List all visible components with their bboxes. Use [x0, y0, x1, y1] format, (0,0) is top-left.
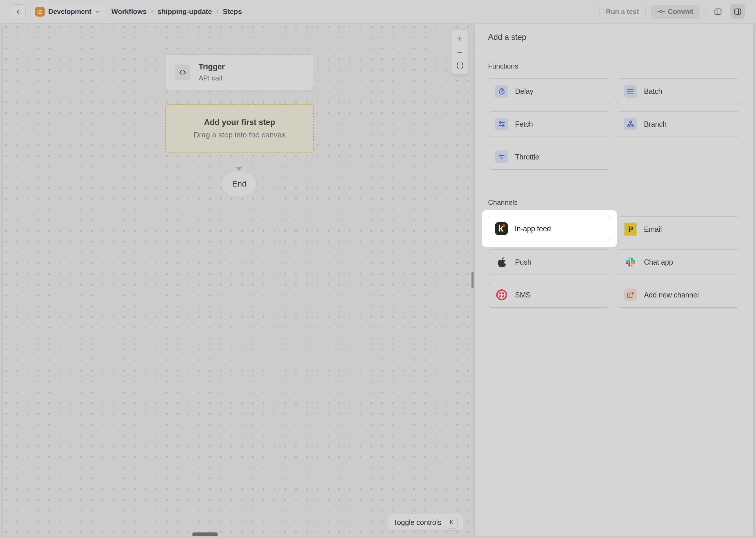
step-card-label: Delay — [515, 87, 533, 95]
step-card-branch[interactable]: Branch — [617, 111, 740, 137]
sidebar-title: Add a step — [488, 32, 526, 42]
fit-view-button[interactable] — [453, 59, 467, 72]
twilio-logo — [495, 289, 508, 301]
add-blocks-icon — [624, 289, 637, 301]
functions-section-label: Functions — [488, 62, 740, 71]
edge-trigger-to-dropzone — [239, 90, 239, 104]
knock-logo: k — [495, 222, 508, 235]
step-card-in-app-feed-highlighted[interactable]: k In-app feed — [488, 216, 611, 242]
step-card-sms[interactable]: SMS — [488, 282, 611, 308]
trigger-node-title: Trigger — [199, 63, 225, 72]
knock-logo-dot — [502, 224, 505, 227]
keyboard-shortcut-badge: K — [446, 516, 457, 529]
tree-branch-icon — [624, 118, 637, 131]
panel-right-icon — [733, 7, 742, 16]
topbar-divider — [705, 6, 705, 18]
tour-spotlight: k In-app feed — [482, 210, 617, 247]
topbar-left: Development Workflows › shipping-update … — [11, 4, 242, 19]
postmark-logo: P — [624, 223, 637, 236]
grid-empty-cell — [617, 144, 740, 170]
step-card-label: SMS — [515, 291, 531, 299]
environment-label: Development — [48, 8, 91, 16]
edge-arrowhead — [236, 167, 242, 171]
chevron-down-icon — [95, 9, 100, 14]
toggle-controls-button[interactable]: Toggle controls K — [388, 514, 463, 531]
workflow-canvas[interactable]: Trigger API call Add your first step Dra… — [2, 23, 471, 536]
step-card-batch[interactable]: Batch — [617, 79, 740, 104]
trigger-node-subtitle: API call — [199, 74, 225, 82]
toggle-controls-label: Toggle controls — [393, 518, 441, 527]
canvas-zoom-controls: + − — [451, 29, 469, 75]
back-button[interactable] — [11, 4, 25, 19]
breadcrumb-workflows[interactable]: Workflows — [112, 8, 147, 16]
topbar: Development Workflows › shipping-update … — [0, 0, 756, 23]
funnel-lines-icon — [495, 150, 508, 163]
step-card-label: Branch — [644, 120, 667, 129]
toggle-left-panel-button[interactable] — [711, 4, 725, 19]
step-card-label: Throttle — [515, 153, 539, 161]
swap-arrows-icon — [495, 118, 508, 131]
end-node: End — [222, 172, 257, 196]
environment-switcher[interactable]: Development — [30, 4, 105, 19]
edge-dropzone-to-end — [239, 152, 239, 168]
breadcrumb-separator: › — [151, 7, 153, 15]
step-card-chat-app[interactable]: Chat app — [617, 249, 740, 275]
run-a-test-button[interactable]: Run a test — [599, 5, 646, 19]
step-card-email[interactable]: P Email — [617, 216, 740, 242]
toggle-right-panel-button[interactable] — [731, 4, 745, 19]
step-card-delay[interactable]: Delay — [488, 79, 611, 104]
trigger-node[interactable]: Trigger API call — [165, 54, 314, 90]
first-step-dropzone[interactable]: Add your first step Drag a step into the… — [165, 104, 314, 152]
step-card-throttle[interactable]: Throttle — [488, 144, 611, 170]
step-card-label: Email — [644, 225, 662, 234]
zoom-in-button[interactable]: + — [453, 32, 467, 45]
chevron-left-icon — [15, 8, 22, 15]
vertical-scrollbar-thumb[interactable] — [471, 272, 474, 289]
list-icon — [624, 85, 637, 98]
zoom-out-button[interactable]: − — [453, 46, 467, 58]
step-card-push[interactable]: Push — [488, 249, 611, 275]
commit-button[interactable]: Commit — [651, 5, 700, 19]
breadcrumb-steps[interactable]: Steps — [223, 8, 242, 16]
panel-left-icon — [714, 7, 722, 16]
stopwatch-icon — [495, 85, 508, 98]
step-card-label: Fetch — [515, 120, 533, 129]
apple-logo — [495, 256, 508, 268]
functions-grid: Delay Batch Fetch Branch — [488, 79, 740, 170]
add-step-sidebar: Add a step Functions Delay Batch Fe — [474, 23, 754, 536]
breadcrumb-workflow-name[interactable]: shipping-update — [157, 8, 212, 16]
breadcrumb: Workflows › shipping-update › Steps — [112, 8, 242, 16]
step-card-label: Chat app — [644, 258, 673, 266]
fit-view-icon — [456, 62, 464, 70]
trigger-node-text: Trigger API call — [199, 63, 225, 82]
breadcrumb-separator: › — [216, 7, 218, 15]
horizontal-scrollbar-thumb[interactable] — [192, 532, 218, 536]
environment-folder-icon — [35, 7, 45, 17]
step-card-add-new-channel[interactable]: Add new channel — [617, 282, 740, 308]
topbar-right: Run a test Commit — [599, 4, 745, 19]
step-card-label: Push — [515, 258, 531, 266]
code-brackets-icon — [175, 65, 190, 80]
sidebar-header: Add a step — [475, 24, 753, 51]
dropzone-title: Add your first step — [204, 118, 275, 127]
step-card-fetch[interactable]: Fetch — [488, 111, 611, 137]
step-card-label: Add new channel — [644, 291, 699, 299]
slack-logo — [624, 256, 637, 268]
dropzone-subtitle: Drag a step into the canvas — [194, 131, 286, 139]
commit-label: Commit — [668, 8, 693, 16]
channels-section-label: Channels — [488, 198, 740, 207]
step-card-label: Batch — [644, 87, 662, 95]
functions-section: Functions Delay Batch Fetch — [475, 51, 753, 186]
commit-icon — [657, 8, 665, 15]
step-card-label: In-app feed — [515, 225, 551, 233]
